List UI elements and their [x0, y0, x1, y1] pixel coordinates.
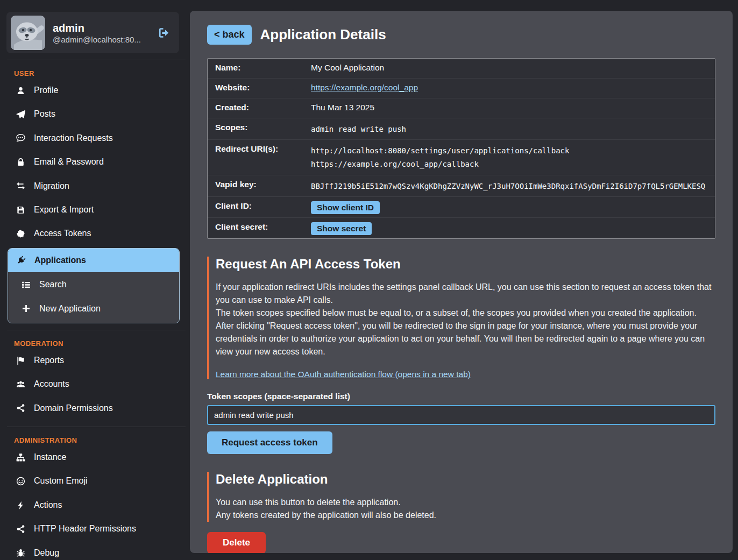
sidebar-item-label: Accounts [34, 378, 69, 390]
sidebar-item-label: Export & Import [34, 204, 94, 216]
paragraph: You can use this button to delete the ap… [216, 496, 715, 509]
detail-row-redirect-uri-s: Redirect URI(s):http://localhost:8080/se… [208, 139, 715, 174]
sidebar-item-new-application[interactable]: New Application [8, 297, 179, 321]
floppy-disk-icon [15, 205, 26, 215]
comment-dots-icon [15, 133, 26, 143]
sidebar-item-custom-emoji[interactable]: Custom Emoji [0, 469, 186, 493]
sidebar-divider [7, 330, 186, 330]
nav-section-label-administration: ADMINISTRATION [14, 436, 186, 444]
sidebar-item-label: HTTP Header Permissions [34, 523, 136, 535]
token-scopes-label: Token scopes (space-separated list) [207, 392, 715, 401]
bug-icon [15, 548, 26, 557]
sidebar-item-accounts[interactable]: Accounts [0, 372, 186, 396]
sidebar-item-label: Migration [34, 180, 69, 192]
request-token-section: Request An API Access Token If your appl… [207, 257, 715, 379]
plus-icon [20, 304, 31, 313]
show-secret-button[interactable]: Show secret [311, 222, 372, 235]
sidebar-nav: USERProfilePostsInteraction RequestsEmai… [0, 69, 186, 560]
exchange-icon [15, 181, 26, 190]
oauth-docs-link[interactable]: Learn more about the OAuth authenticatio… [216, 370, 471, 379]
sidebar-item-reports[interactable]: Reports [0, 349, 186, 372]
sidebar-item-applications[interactable]: Applications [8, 249, 179, 272]
detail-row-scopes: Scopes:admin read write push [208, 118, 715, 139]
delete-button[interactable]: Delete [207, 532, 266, 553]
sitemap-icon [15, 453, 26, 462]
detail-row-created: Created:Thu Mar 13 2025 [208, 98, 715, 118]
mono-value: BBJffJ219b5iE512m7wQSzv4KgKDhgZZVzNyWC_r… [311, 180, 705, 193]
sidebar-item-export-import[interactable]: Export & Import [0, 198, 186, 222]
sidebar-item-actions[interactable]: Actions [0, 493, 186, 517]
detail-value: Thu Mar 13 2025 [311, 102, 374, 115]
sidebar-item-label: Actions [34, 499, 62, 511]
sidebar-item-profile[interactable]: Profile [0, 79, 186, 102]
sidebar-item-domain-permissions[interactable]: Domain Permissions [0, 396, 186, 420]
detail-value: BBJffJ219b5iE512m7wQSzv4KgKDhgZZVzNyWC_r… [311, 179, 705, 193]
mono-value: http://localhost:8080/settings/user/appl… [311, 144, 569, 158]
detail-label: Vapid key: [215, 179, 311, 189]
token-scopes-input[interactable] [207, 405, 715, 425]
detail-value: https://example.org/cool_app [311, 82, 418, 95]
nav-section-label-moderation: MODERATION [14, 339, 186, 348]
avatar [11, 16, 45, 50]
sidebar-item-debug[interactable]: Debug [0, 541, 186, 560]
user-card[interactable]: admin @admin@localhost:80... [6, 12, 179, 53]
delete-application-section: Delete Application You can use this butt… [207, 472, 715, 522]
sidebar: admin @admin@localhost:80... USERProfile… [0, 0, 186, 560]
detail-label: Scopes: [215, 122, 311, 132]
sidebar-item-label: Debug [34, 547, 59, 559]
share-nodes-icon [15, 403, 26, 413]
lock-icon [15, 158, 26, 167]
share-nodes-icon [15, 524, 26, 534]
detail-value: Show secret [311, 221, 372, 235]
sidebar-item-label: Posts [34, 108, 55, 120]
sidebar-item-label: Interaction Requests [34, 132, 113, 144]
sign-out-icon[interactable] [158, 26, 171, 39]
page-title: Application Details [260, 26, 386, 43]
application-details-table: Name:My Cool ApplicationWebsite:https://… [207, 58, 715, 239]
sidebar-item-label: Profile [34, 84, 58, 96]
sidebar-item-migration[interactable]: Migration [0, 174, 186, 198]
detail-value: admin read write push [311, 122, 406, 136]
plug-icon [16, 256, 26, 265]
sidebar-item-search[interactable]: Search [8, 273, 179, 296]
sidebar-item-access-tokens[interactable]: Access Tokens [0, 222, 186, 245]
sidebar-item-posts[interactable]: Posts [0, 102, 186, 126]
detail-row-vapid-key: Vapid key:BBJffJ219b5iE512m7wQSzv4KgKDhg… [208, 175, 715, 196]
nav-group-applications: ApplicationsSearchNew Application [8, 248, 180, 323]
sidebar-item-label: Email & Password [34, 156, 104, 168]
back-button[interactable]: < back [207, 25, 252, 45]
page-header: < back Application Details [207, 25, 715, 45]
sidebar-item-label: Domain Permissions [34, 402, 113, 414]
sidebar-item-instance[interactable]: Instance [0, 445, 186, 469]
sidebar-item-label: New Application [39, 303, 101, 315]
show-client-id-button[interactable]: Show client ID [311, 201, 380, 214]
sidebar-item-email-password[interactable]: Email & Password [0, 150, 186, 174]
request-token-description: If your application redirect URIs includ… [216, 281, 715, 358]
detail-value: My Cool Application [311, 62, 384, 75]
user-icon [15, 86, 26, 95]
detail-row-client-secret: Client secret:Show secret [208, 217, 715, 238]
detail-label: Client ID: [215, 200, 311, 211]
list-icon [20, 280, 31, 289]
delete-application-description: You can use this button to delete the ap… [216, 496, 715, 522]
main-panel: < back Application Details Name:My Cool … [190, 11, 733, 553]
sidebar-item-http-header-permissions[interactable]: HTTP Header Permissions [0, 517, 186, 541]
detail-label: Website: [215, 82, 311, 93]
sidebar-item-label: Applications [34, 254, 86, 266]
website-link[interactable]: https://example.org/cool_app [311, 83, 418, 92]
flag-icon [15, 356, 26, 365]
paragraph: The token scopes specified below must be… [216, 307, 715, 320]
paragraph: After clicking "Request access token", y… [216, 320, 715, 358]
sidebar-item-label: Instance [34, 451, 66, 463]
sidebar-item-label: Custom Emoji [34, 475, 88, 487]
username: admin [53, 22, 141, 35]
request-token-button[interactable]: Request access token [207, 431, 332, 454]
detail-label: Redirect URI(s): [215, 143, 311, 154]
detail-label: Created: [215, 102, 311, 112]
certificate-icon [15, 229, 26, 238]
user-handle: @admin@localhost:80... [53, 35, 141, 44]
detail-row-website: Website:https://example.org/cool_app [208, 78, 715, 98]
paragraph: Any tokens created by the application wi… [216, 509, 715, 522]
detail-row-name: Name:My Cool Application [208, 59, 715, 78]
sidebar-item-interaction-requests[interactable]: Interaction Requests [0, 126, 186, 150]
